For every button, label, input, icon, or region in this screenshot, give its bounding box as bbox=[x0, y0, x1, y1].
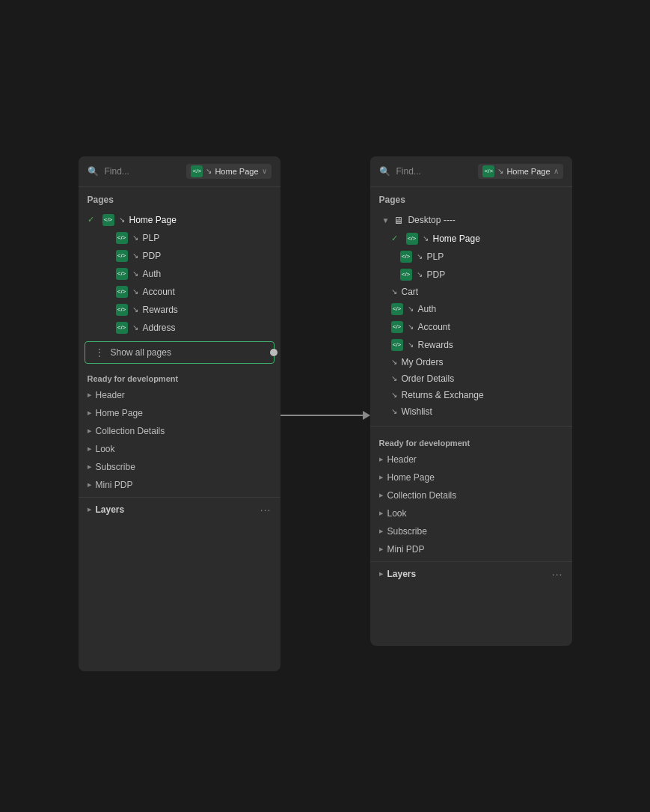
right-dev-mini-pdp[interactable]: ▶ Mini PDP bbox=[370, 540, 572, 558]
right-triangle-subscribe: ▶ bbox=[379, 528, 383, 534]
right-ready-for-dev-label: Ready for development bbox=[370, 431, 572, 451]
left-panel: 🔍 Find... </> ↘ Home Page ∨ Pages ✓ </> … bbox=[79, 156, 280, 671]
right-triangle-home: ▶ bbox=[379, 474, 383, 480]
right-page-label-returns: Returns & Exchange bbox=[402, 390, 484, 400]
triangle-icon-look: ▶ bbox=[88, 446, 91, 452]
left-layers-label: Layers bbox=[96, 504, 260, 515]
right-layers-label: Layers bbox=[387, 569, 552, 579]
right-page-label-plp: PLP bbox=[427, 251, 444, 262]
arrow-line bbox=[280, 415, 363, 416]
right-code-badge-auth: </> bbox=[391, 303, 403, 315]
code-badge-pdp: </> bbox=[116, 250, 128, 262]
right-search-icon: 🔍 bbox=[379, 166, 390, 177]
triangle-icon-home: ▶ bbox=[88, 410, 91, 416]
right-divider bbox=[370, 426, 572, 427]
right-dev-list: ▶ Header ▶ Home Page ▶ Collection Detail… bbox=[370, 451, 572, 558]
right-search-text[interactable]: Find... bbox=[396, 166, 473, 177]
left-page-auth[interactable]: </> ↘ Auth bbox=[79, 265, 280, 283]
desktop-collapse-arrow: ▼ bbox=[382, 216, 390, 225]
left-dev-header[interactable]: ▶ Header bbox=[79, 386, 280, 404]
page-label-auth: Auth bbox=[143, 269, 162, 279]
connector-dot bbox=[270, 349, 278, 356]
left-dev-mini-pdp[interactable]: ▶ Mini PDP bbox=[79, 476, 280, 494]
chevron-down-icon: ∨ bbox=[262, 167, 267, 175]
right-arrow-diagonal-icon: ↘ bbox=[497, 167, 503, 175]
home-page-label: Home Page bbox=[215, 167, 258, 176]
arrow-icon-address: ↘ bbox=[132, 323, 138, 332]
arrow-icon-pdp: ↘ bbox=[132, 251, 138, 260]
left-page-address[interactable]: </> ↘ Address bbox=[79, 319, 280, 337]
left-dev-subscribe[interactable]: ▶ Subscribe bbox=[79, 458, 280, 476]
left-page-rewards[interactable]: </> ↘ Rewards bbox=[79, 301, 280, 319]
right-code-badge-pdp: </> bbox=[400, 269, 412, 281]
page-label-rewards: Rewards bbox=[143, 305, 178, 315]
dots-three-icon: ⋮ bbox=[94, 347, 105, 358]
right-page-account[interactable]: </> ↘ Account bbox=[370, 318, 572, 336]
left-dev-collection-details[interactable]: ▶ Collection Details bbox=[79, 422, 280, 440]
dev-label-look: Look bbox=[96, 444, 115, 454]
right-code-badge-rewards: </> bbox=[391, 339, 403, 351]
left-panel-header: 🔍 Find... </> ↘ Home Page ∨ bbox=[79, 156, 280, 187]
right-page-plp[interactable]: </> ↘ PLP bbox=[370, 248, 572, 266]
right-page-home[interactable]: ✓ </> ↘ Home Page bbox=[370, 230, 572, 248]
arrow-diagonal-icon: ↘ bbox=[206, 167, 212, 175]
page-label-account: Account bbox=[143, 287, 175, 297]
right-triangle-collection: ▶ bbox=[379, 492, 383, 498]
arrow-icon-plp: ↘ bbox=[132, 233, 138, 242]
layers-triangle-icon: ▶ bbox=[88, 507, 91, 513]
right-page-my-orders[interactable]: ↘ My Orders bbox=[370, 354, 572, 370]
right-layers-triangle-icon: ▶ bbox=[379, 571, 383, 577]
left-page-plp[interactable]: </> ↘ PLP bbox=[79, 229, 280, 247]
right-desktop-group[interactable]: ▼ 🖥 Desktop ---- bbox=[370, 211, 572, 230]
arrow-icon: ↘ bbox=[119, 216, 125, 224]
left-dev-look[interactable]: ▶ Look bbox=[79, 440, 280, 458]
left-page-pdp[interactable]: </> ↘ PDP bbox=[79, 247, 280, 265]
right-code-badge-home: </> bbox=[406, 233, 418, 245]
code-badge-icon: </> bbox=[191, 165, 203, 177]
right-dev-label-header: Header bbox=[387, 454, 417, 465]
right-dev-subscribe[interactable]: ▶ Subscribe bbox=[370, 522, 572, 540]
code-badge-plp: </> bbox=[116, 232, 128, 244]
order-details-arrow-icon: ↘ bbox=[391, 374, 397, 382]
right-page-label-wishlist: Wishlist bbox=[402, 406, 432, 417]
right-triangle-look: ▶ bbox=[379, 510, 383, 516]
right-layers-section[interactable]: ▶ Layers ··· bbox=[370, 561, 572, 586]
left-page-account[interactable]: </> ↘ Account bbox=[79, 283, 280, 301]
arrow-icon-account: ↘ bbox=[132, 287, 138, 296]
right-dev-label-mini-pdp: Mini PDP bbox=[387, 544, 425, 555]
right-page-label-auth: Auth bbox=[418, 304, 437, 314]
show-all-pages-button[interactable]: ⋮ Show all pages bbox=[85, 341, 275, 364]
right-dev-home-page[interactable]: ▶ Home Page bbox=[370, 468, 572, 486]
code-badge-home: </> bbox=[102, 214, 114, 226]
page-label-plp: PLP bbox=[143, 233, 160, 243]
right-code-badge-account: </> bbox=[391, 321, 403, 333]
right-page-wishlist[interactable]: ↘ Wishlist bbox=[370, 403, 572, 420]
left-page-home[interactable]: ✓ </> ↘ Home Page bbox=[79, 211, 280, 229]
left-dev-list: ▶ Header ▶ Home Page ▶ Collection Detail… bbox=[79, 386, 280, 494]
left-panel-bottom-space bbox=[79, 522, 280, 671]
right-page-pdp[interactable]: </> ↘ PDP bbox=[370, 266, 572, 284]
right-page-label-my-orders: My Orders bbox=[402, 357, 444, 367]
home-page-badge[interactable]: </> ↘ Home Page ∨ bbox=[186, 164, 271, 179]
cart-arrow-icon: ↘ bbox=[391, 287, 397, 296]
left-dev-home-page[interactable]: ▶ Home Page bbox=[79, 404, 280, 422]
right-code-badge-plp: </> bbox=[400, 251, 412, 263]
right-home-page-badge[interactable]: </> ↘ Home Page ∧ bbox=[478, 164, 562, 179]
right-page-order-details[interactable]: ↘ Order Details bbox=[370, 370, 572, 387]
right-page-auth[interactable]: </> ↘ Auth bbox=[370, 300, 572, 318]
left-layers-section[interactable]: ▶ Layers ··· bbox=[79, 497, 280, 522]
right-dev-header[interactable]: ▶ Header bbox=[370, 451, 572, 468]
right-page-cart[interactable]: ↘ Cart bbox=[370, 284, 572, 300]
right-arrow-account: ↘ bbox=[408, 323, 414, 331]
desktop-label: Desktop ---- bbox=[408, 215, 455, 225]
right-dev-look[interactable]: ▶ Look bbox=[370, 504, 572, 522]
search-icon: 🔍 bbox=[88, 166, 99, 177]
layers-dots-icon: ··· bbox=[260, 504, 272, 516]
left-pages-list: ✓ </> ↘ Home Page </> ↘ PLP </> ↘ PDP bbox=[79, 210, 280, 338]
right-page-rewards[interactable]: </> ↘ Rewards bbox=[370, 336, 572, 354]
search-text[interactable]: Find... bbox=[105, 166, 181, 177]
right-arrow-home: ↘ bbox=[423, 234, 429, 242]
right-dev-collection-details[interactable]: ▶ Collection Details bbox=[370, 486, 572, 504]
triangle-icon-header: ▶ bbox=[88, 392, 91, 398]
right-page-returns[interactable]: ↘ Returns & Exchange bbox=[370, 387, 572, 403]
